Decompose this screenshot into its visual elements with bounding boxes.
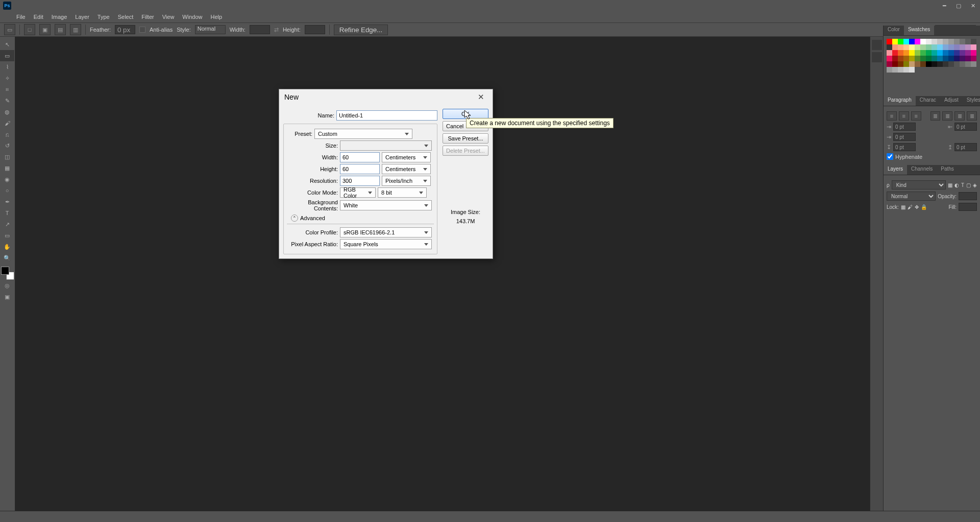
justify-left-icon[interactable]: ≣ — [930, 111, 941, 121]
color-swatch[interactable] — [898, 39, 903, 44]
color-swatch[interactable] — [960, 56, 965, 61]
blend-mode-select[interactable]: Normal — [887, 192, 936, 201]
tab-character[interactable]: Charac — [916, 96, 940, 106]
color-swatch[interactable] — [971, 56, 976, 61]
history-panel-icon[interactable] — [872, 40, 882, 50]
wand-tool-icon[interactable]: ✧ — [0, 73, 14, 84]
lock-all-icon[interactable]: 🔒 — [921, 204, 927, 210]
size-select[interactable] — [340, 140, 432, 151]
name-input[interactable] — [336, 110, 437, 121]
color-swatch[interactable] — [943, 39, 948, 44]
lock-position-icon[interactable]: ✥ — [915, 204, 919, 210]
color-swatch[interactable] — [937, 56, 943, 61]
color-swatch[interactable] — [898, 61, 903, 67]
pixelaspect-select[interactable]: Square Pixels — [340, 239, 432, 249]
align-right-icon[interactable]: ≡ — [911, 111, 921, 121]
color-swatch[interactable] — [932, 56, 937, 61]
style-select[interactable]: Normal — [195, 25, 226, 34]
color-swatch[interactable] — [971, 44, 976, 50]
height-input[interactable] — [340, 164, 380, 174]
color-swatch[interactable] — [887, 44, 892, 50]
color-swatch[interactable] — [960, 50, 965, 56]
eraser-tool-icon[interactable]: ◫ — [0, 151, 14, 162]
ok-button[interactable]: OK — [443, 109, 488, 119]
color-swatch[interactable] — [898, 44, 903, 50]
screenmode-icon[interactable]: ▣ — [0, 291, 14, 302]
color-swatch[interactable] — [915, 39, 920, 44]
tab-paragraph[interactable]: Paragraph — [884, 96, 916, 106]
antialias-checkbox[interactable] — [139, 27, 145, 33]
type-tool-icon[interactable]: T — [0, 207, 14, 219]
pen-tool-icon[interactable]: ✒ — [0, 196, 14, 207]
color-swatch[interactable] — [898, 67, 903, 73]
color-swatch[interactable] — [903, 56, 909, 61]
path-tool-icon[interactable]: ↗ — [0, 219, 14, 230]
blur-tool-icon[interactable]: ◉ — [0, 174, 14, 185]
color-swatch[interactable] — [943, 50, 948, 56]
dodge-tool-icon[interactable]: ○ — [0, 185, 14, 196]
color-swatch[interactable] — [932, 61, 937, 67]
color-swatch[interactable] — [954, 39, 960, 44]
color-swatch[interactable] — [954, 44, 960, 50]
align-center-icon[interactable]: ≡ — [899, 111, 909, 121]
color-swatch[interactable] — [887, 50, 892, 56]
firstline-indent-input[interactable] — [893, 133, 916, 141]
tab-paths[interactable]: Paths — [937, 165, 958, 175]
healing-tool-icon[interactable]: ◍ — [0, 106, 14, 117]
color-swatch[interactable] — [954, 56, 960, 61]
color-swatch[interactable] — [954, 50, 960, 56]
color-swatch[interactable] — [926, 39, 932, 44]
menu-help[interactable]: Help — [206, 13, 226, 21]
color-swatch[interactable] — [971, 61, 976, 67]
color-swatch[interactable] — [903, 39, 909, 44]
filter-adjust-icon[interactable]: ◐ — [954, 182, 959, 188]
color-swatch[interactable] — [971, 39, 976, 44]
foreground-color-swatch[interactable] — [1, 267, 9, 275]
tab-styles[interactable]: Styles — [963, 96, 980, 106]
color-swatch[interactable] — [920, 50, 926, 56]
color-swatch[interactable] — [954, 61, 960, 67]
color-swatch[interactable] — [909, 56, 915, 61]
selection-sub-icon[interactable]: ▤ — [55, 24, 66, 35]
height-unit-select[interactable]: Centimeters — [382, 164, 431, 174]
swatch-grid[interactable] — [887, 39, 977, 73]
tool-preset-icon[interactable]: ▭ — [4, 24, 15, 35]
color-swatch[interactable] — [915, 44, 920, 50]
color-swatch[interactable] — [903, 50, 909, 56]
minimize-button[interactable]: ━ — [937, 0, 951, 11]
color-swatch[interactable] — [965, 50, 971, 56]
color-swatch[interactable] — [892, 50, 898, 56]
colorprofile-select[interactable]: sRGB IEC61966-2.1 — [340, 227, 432, 238]
color-swatch[interactable] — [920, 39, 926, 44]
color-swatch[interactable] — [909, 61, 915, 67]
color-swatch[interactable] — [965, 61, 971, 67]
color-swatch[interactable] — [898, 50, 903, 56]
color-swatch[interactable] — [926, 61, 932, 67]
maximize-button[interactable]: ▢ — [951, 0, 966, 11]
lock-pixels-icon[interactable]: 🖌 — [908, 204, 913, 210]
menu-layer[interactable]: Layer — [71, 13, 93, 21]
menu-view[interactable]: View — [158, 13, 179, 21]
color-swatch[interactable] — [892, 44, 898, 50]
tab-adjustments[interactable]: Adjust — [940, 96, 963, 106]
color-swatch[interactable] — [932, 39, 937, 44]
selection-add-icon[interactable]: ▣ — [39, 24, 51, 35]
color-swatch[interactable] — [920, 44, 926, 50]
opacity-input[interactable] — [959, 192, 977, 200]
color-swatch[interactable] — [915, 50, 920, 56]
menu-file[interactable]: File — [12, 13, 30, 21]
hand-tool-icon[interactable]: ✋ — [0, 241, 14, 252]
color-swatch[interactable] — [937, 50, 943, 56]
indent-left-input[interactable] — [893, 123, 916, 131]
menu-window[interactable]: Window — [178, 13, 206, 21]
menu-edit[interactable]: Edit — [30, 13, 47, 21]
color-swatch[interactable] — [915, 56, 920, 61]
resolution-input[interactable] — [340, 176, 380, 186]
color-swatch[interactable] — [892, 67, 898, 73]
crop-tool-icon[interactable]: ⌗ — [0, 84, 14, 95]
align-left-icon[interactable]: ≡ — [887, 111, 897, 121]
color-swatch[interactable] — [887, 56, 892, 61]
color-swatch[interactable] — [960, 61, 965, 67]
selection-new-icon[interactable]: □ — [24, 24, 35, 35]
justify-all-icon[interactable]: ≣ — [967, 111, 977, 121]
